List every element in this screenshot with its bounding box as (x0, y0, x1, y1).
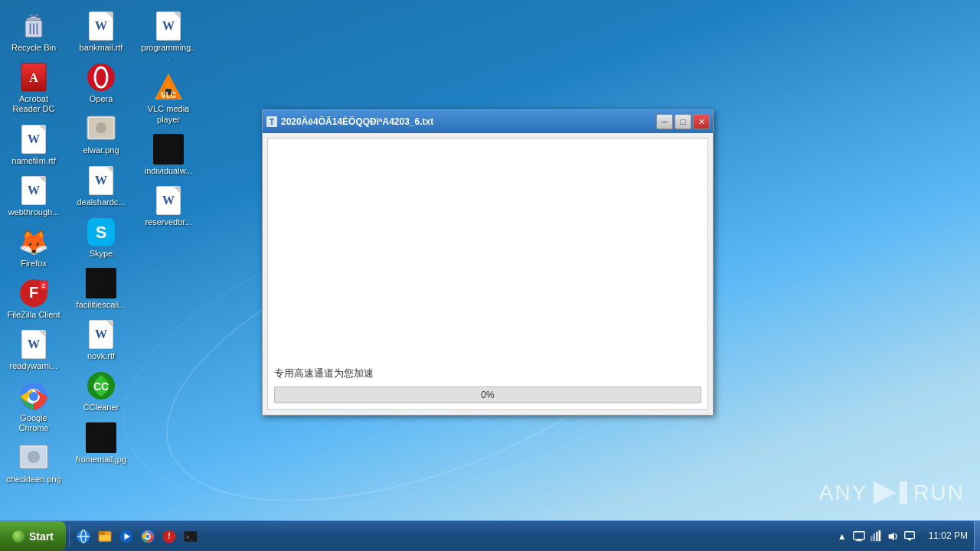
dialog-title: 2020Ãé4ÔÂ14ÈÕQQÐîªA4203_6.txt (281, 116, 653, 127)
fromemail-label: fromemail.jpg (76, 455, 126, 465)
desktop: Recycle Bin A Acrobat Reader DC W namefi… (0, 0, 980, 551)
filezilla-label: FileZilla Client (7, 310, 60, 320)
start-orb-icon (12, 530, 24, 543)
titlebar-buttons: ─ □ ✕ (656, 114, 710, 129)
tray-monitor-icon[interactable] (852, 530, 866, 543)
desktop-icon-reservedbr[interactable]: W reservedbr... (138, 182, 199, 230)
programming-label: programming... (141, 43, 196, 63)
recycle-bin-label: Recycle Bin (11, 43, 56, 53)
show-desktop-button[interactable] (974, 521, 980, 551)
desktop-icon-readywarni[interactable]: W readywarni... (3, 326, 64, 374)
svg-rect-34 (900, 481, 907, 504)
svg-text:T: T (270, 118, 274, 126)
minimize-button[interactable]: ─ (656, 114, 673, 129)
desktop-icon-programming[interactable]: W programming... (138, 8, 199, 66)
svg-text:CC: CC (93, 380, 109, 393)
dialog-body-text: 专用高速通道为您加速 (274, 367, 701, 380)
desktop-icon-ccleaner[interactable]: CC CCleaner (70, 367, 132, 416)
svg-point-18 (28, 451, 40, 463)
webthrough-label: webthrough... (8, 207, 60, 217)
namefilm-label: namefilm.rtf (11, 156, 55, 166)
desktop-icon-firefox[interactable]: 🦊 Firefox (3, 223, 64, 272)
svg-point-23 (96, 122, 106, 133)
dealshardc-label: dealshardc... (77, 197, 126, 207)
desktop-icon-checkteen[interactable]: checkteen.png (3, 439, 64, 487)
quicklaunch-explorer[interactable] (96, 527, 114, 546)
svg-text:VLC: VLC (161, 91, 176, 99)
dialog-content: 专用高速通道为您加速 0% (267, 138, 708, 410)
svg-text:F: F (29, 284, 38, 301)
skype-label: Skype (90, 249, 113, 259)
firefox-label: Firefox (21, 259, 47, 269)
svg-rect-55 (871, 536, 873, 541)
desktop-icon-acrobat[interactable]: A Acrobat Reader DC (3, 59, 64, 117)
bankmail-label: bankmail.rtf (80, 43, 123, 53)
svg-rect-53 (857, 539, 861, 540)
tray-network-icon[interactable] (869, 530, 883, 543)
chrome-label: Google Chrome (6, 413, 61, 433)
svg-marker-33 (874, 481, 897, 504)
start-label: Start (29, 530, 54, 543)
tray-arrow-icon[interactable]: ▲ (835, 530, 849, 543)
svg-text:!: ! (168, 532, 170, 540)
dialog-icon: T (266, 116, 278, 128)
start-button[interactable]: Start (0, 521, 66, 551)
desktop-icons-area: Recycle Bin A Acrobat Reader DC W namefi… (0, 0, 230, 520)
desktop-icon-dealshardc[interactable]: W dealshardc... (70, 162, 132, 210)
opera-label: Opera (90, 94, 113, 104)
desktop-icon-facilitiescali[interactable]: facilitiescali... (70, 265, 132, 313)
progress-bar-container: 0% (274, 386, 701, 403)
desktop-icon-recycle-bin[interactable]: Recycle Bin (3, 8, 64, 56)
individualw-label: individualw... (145, 166, 192, 176)
reservedbr-label: reservedbr... (145, 217, 191, 227)
dialog-window: T 2020Ãé4ÔÂ14ÈÕQQÐîªA4203_6.txt ─ □ ✕ 专用… (262, 109, 714, 416)
svg-point-15 (29, 392, 38, 401)
desktop-icon-namefilm[interactable]: W namefilm.rtf (3, 121, 64, 169)
desktop-icon-chrome[interactable]: Google Chrome (3, 378, 64, 436)
checkteen-label: checkteen.png (6, 474, 61, 484)
quicklaunch-chrome-task[interactable] (139, 527, 157, 546)
desktop-icon-bankmail[interactable]: W bankmail.rtf (70, 8, 132, 56)
svg-marker-61 (907, 538, 911, 541)
desktop-icon-webthrough[interactable]: W webthrough... (3, 172, 64, 220)
tray-notification-icon[interactable] (903, 530, 916, 543)
desktop-icon-fromemail[interactable]: fromemail.jpg (70, 419, 132, 468)
svg-rect-52 (854, 531, 864, 539)
vlc-label: VLC media player (141, 104, 196, 124)
svg-text:S: S (96, 223, 107, 242)
desktop-icon-individualw[interactable]: individualw... (138, 131, 199, 179)
elwar-label: elwar.png (83, 145, 119, 155)
novk-label: novk.rtf (87, 351, 115, 361)
quicklaunch-alert[interactable]: ! (160, 527, 178, 546)
facilitiescali-label: facilitiescali... (77, 300, 126, 310)
svg-rect-56 (873, 533, 875, 541)
svg-rect-41 (99, 531, 105, 535)
desktop-icon-vlc[interactable]: VLC VLC media player (138, 69, 199, 127)
taskbar-divider-1 (69, 526, 70, 547)
desktop-icon-novk[interactable]: W novk.rtf (70, 316, 132, 364)
quicklaunch-media[interactable] (117, 527, 136, 546)
taskbar: Start (0, 520, 980, 551)
dialog-titlebar: T 2020Ãé4ÔÂ14ÈÕQQÐîªA4203_6.txt ─ □ ✕ (263, 110, 713, 133)
close-button[interactable]: ✕ (693, 114, 710, 129)
anyrun-text: ANY (819, 481, 868, 505)
anyrun-play-icon (874, 481, 907, 504)
anyrun-run-text: RUN (913, 481, 965, 505)
restore-button[interactable]: □ (675, 114, 691, 129)
svg-marker-59 (888, 532, 893, 540)
quicklaunch-ie[interactable] (74, 527, 93, 546)
desktop-icon-filezilla[interactable]: F Z FileZilla Client (3, 275, 64, 323)
desktop-icon-opera[interactable]: Opera (70, 59, 132, 107)
svg-rect-54 (855, 540, 862, 541)
svg-rect-57 (876, 531, 878, 540)
progress-label: 0% (481, 390, 494, 400)
clock-time: 11:02 PM (929, 530, 968, 543)
tray-volume-icon[interactable] (886, 530, 900, 543)
svg-rect-60 (904, 531, 913, 538)
quicklaunch-cmd[interactable]: >_ (181, 527, 200, 546)
svg-rect-58 (878, 530, 880, 541)
system-clock[interactable]: 11:02 PM (923, 530, 974, 543)
desktop-icon-elwar[interactable]: elwar.png (70, 110, 132, 158)
ccleaner-label: CCleaner (83, 403, 119, 412)
desktop-icon-skype[interactable]: S Skype (70, 214, 132, 262)
